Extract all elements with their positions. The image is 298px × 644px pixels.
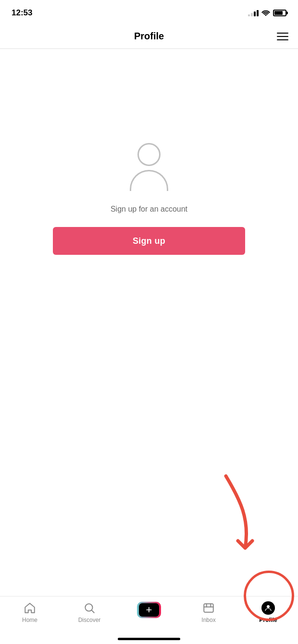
home-indicator bbox=[118, 638, 180, 640]
plus-inner: + bbox=[139, 603, 159, 617]
profile-nav-icon bbox=[261, 601, 275, 615]
nav-item-inbox[interactable]: Inbox bbox=[192, 601, 225, 623]
nav-label-discover: Discover bbox=[78, 617, 101, 623]
create-icon: + bbox=[136, 601, 162, 619]
nav-item-profile[interactable]: Profile bbox=[251, 601, 285, 623]
signup-button[interactable]: Sign up bbox=[53, 227, 245, 255]
inbox-icon bbox=[202, 601, 215, 615]
status-icons bbox=[248, 9, 286, 17]
header: Profile bbox=[0, 24, 298, 49]
main-content: Sign up for an account Sign up bbox=[0, 49, 298, 337]
nav-label-inbox: Inbox bbox=[201, 617, 215, 623]
svg-point-3 bbox=[267, 605, 270, 608]
nav-item-home[interactable]: Home bbox=[13, 601, 47, 623]
nav-label-home: Home bbox=[22, 617, 37, 623]
avatar-body bbox=[130, 170, 168, 191]
nav-label-profile: Profile bbox=[259, 617, 277, 623]
hamburger-line-2 bbox=[277, 36, 288, 37]
page-title: Profile bbox=[134, 31, 164, 42]
arrow-annotation bbox=[197, 471, 284, 567]
avatar-head bbox=[137, 143, 161, 166]
plus-button[interactable]: + bbox=[137, 602, 161, 618]
svg-line-1 bbox=[92, 610, 94, 613]
menu-button[interactable] bbox=[277, 33, 288, 40]
signal-icon bbox=[248, 10, 259, 16]
avatar-placeholder bbox=[125, 141, 173, 193]
wifi-icon bbox=[261, 9, 270, 17]
battery-icon bbox=[273, 10, 286, 16]
home-icon bbox=[23, 601, 37, 615]
hamburger-line-1 bbox=[277, 33, 288, 34]
nav-item-create[interactable]: + bbox=[132, 601, 166, 619]
status-bar: 12:53 bbox=[0, 0, 298, 24]
svg-rect-2 bbox=[204, 604, 213, 612]
nav-item-discover[interactable]: Discover bbox=[73, 601, 106, 623]
status-time: 12:53 bbox=[12, 8, 32, 18]
hamburger-line-3 bbox=[277, 39, 288, 40]
signup-prompt: Sign up for an account bbox=[111, 205, 187, 214]
search-icon bbox=[83, 601, 96, 615]
bottom-nav: Home Discover + Inbox bbox=[0, 596, 298, 644]
